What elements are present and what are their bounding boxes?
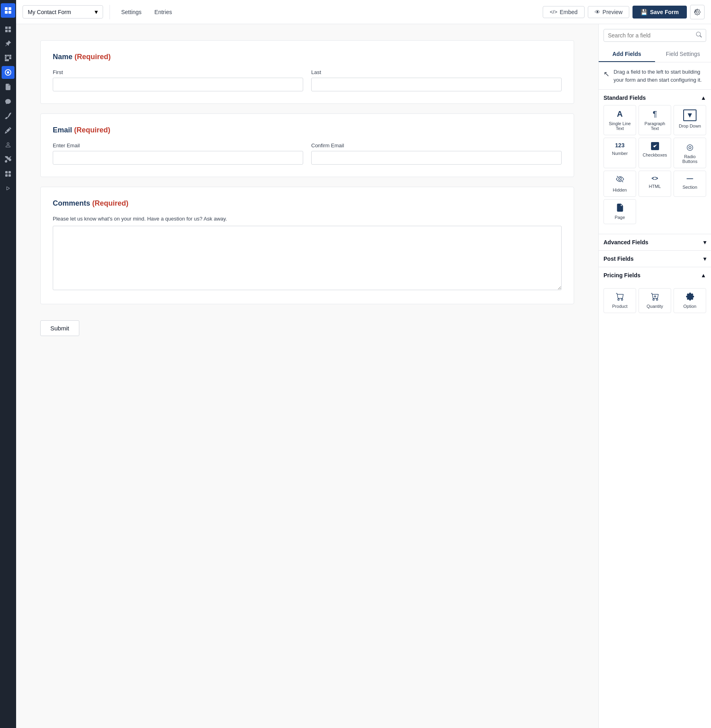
- field-card-option[interactable]: Option: [674, 288, 706, 313]
- email-label-text: Email: [53, 126, 72, 134]
- tab-field-settings[interactable]: Field Settings: [655, 47, 711, 62]
- svg-rect-0: [5, 7, 8, 10]
- email-field-row: Enter Email Confirm Email: [53, 142, 562, 165]
- preview-label: Preview: [603, 9, 623, 15]
- comments-description: Please let us know what's on your mind. …: [53, 216, 562, 222]
- option-label: Option: [683, 304, 696, 309]
- field-card-html[interactable]: <> HTML: [639, 171, 671, 197]
- sidebar-item-users[interactable]: [2, 138, 14, 151]
- search-box: [604, 29, 706, 42]
- name-required-label: (Required): [74, 53, 111, 61]
- settings-link[interactable]: Settings: [116, 6, 147, 18]
- submit-button[interactable]: Submit: [40, 320, 79, 336]
- email-field-label: Email (Required): [53, 126, 562, 134]
- hidden-icon: [616, 175, 624, 185]
- sidebar-logo[interactable]: [1, 3, 15, 18]
- quantity-icon: [651, 293, 659, 301]
- quantity-label: Quantity: [647, 304, 663, 309]
- search-input[interactable]: [608, 32, 694, 39]
- first-name-label: First: [53, 69, 303, 75]
- form-selector[interactable]: My Contact Form ▾: [23, 5, 103, 19]
- dropdown-label: Drop Down: [679, 124, 701, 128]
- field-card-section[interactable]: — Section: [674, 171, 706, 197]
- gear-settings-button[interactable]: [690, 5, 705, 19]
- comments-textarea[interactable]: [53, 226, 562, 290]
- confirm-email-input[interactable]: [311, 151, 562, 165]
- panel-tabs: Add Fields Field Settings: [599, 47, 711, 62]
- paragraph-icon: ¶: [653, 109, 657, 119]
- sidebar-item-grid[interactable]: [2, 167, 14, 180]
- standard-fields-grid: A Single Line Text ¶ Paragraph Text ▼ Dr…: [604, 105, 706, 224]
- section-label: Section: [682, 185, 697, 190]
- preview-button[interactable]: 👁 Preview: [588, 6, 630, 18]
- email-required-label: (Required): [74, 126, 110, 134]
- post-fields-label: Post Fields: [604, 256, 634, 262]
- field-card-hidden[interactable]: Hidden: [604, 171, 636, 197]
- name-field-label: Name (Required): [53, 53, 562, 61]
- product-icon: [616, 293, 624, 301]
- sidebar-item-pin[interactable]: [2, 37, 14, 50]
- field-card-paragraph[interactable]: ¶ Paragraph Text: [639, 105, 671, 135]
- save-button[interactable]: 💾 Save Form: [632, 6, 687, 19]
- field-card-single-line[interactable]: A Single Line Text: [604, 105, 636, 135]
- name-field-row: First Last: [53, 69, 562, 91]
- page-icon: [616, 204, 624, 212]
- sidebar-item-comments[interactable]: [2, 95, 14, 108]
- number-label: Number: [612, 151, 628, 156]
- name-section: Name (Required) First Last: [40, 40, 574, 104]
- enter-email-input[interactable]: [53, 151, 303, 165]
- svg-rect-2: [5, 11, 8, 14]
- tab-add-fields[interactable]: Add Fields: [599, 47, 655, 62]
- comments-section: Comments (Required) Please let us know w…: [40, 187, 574, 304]
- sidebar-item-tools[interactable]: [2, 153, 14, 166]
- advanced-fields-section[interactable]: Advanced Fields ▾: [599, 234, 711, 250]
- comments-field-label: Comments (Required): [53, 199, 562, 208]
- field-card-checkboxes[interactable]: Checkboxes: [639, 138, 671, 168]
- last-name-col: Last: [311, 69, 562, 91]
- embed-button[interactable]: </> Embed: [543, 6, 584, 18]
- field-card-product[interactable]: Product: [604, 288, 636, 313]
- field-card-page[interactable]: Page: [604, 199, 636, 224]
- first-name-input[interactable]: [53, 78, 303, 91]
- sidebar-item-edit[interactable]: [2, 124, 14, 137]
- entries-link[interactable]: Entries: [150, 6, 177, 18]
- field-card-dropdown[interactable]: ▼ Drop Down: [674, 105, 706, 135]
- pricing-fields-grid: Product Quantity Option: [604, 288, 706, 313]
- svg-rect-3: [8, 11, 11, 14]
- advanced-fields-label: Advanced Fields: [604, 239, 648, 245]
- panel-hint: ↖ Drag a field to the left to start buil…: [599, 62, 711, 90]
- preview-icon: 👁: [595, 9, 600, 15]
- hidden-label: Hidden: [613, 188, 627, 192]
- sidebar-item-forms[interactable]: [2, 66, 14, 79]
- save-label: Save Form: [650, 9, 679, 15]
- standard-fields-collapse-icon: ▲: [701, 95, 706, 101]
- standard-fields-label: Standard Fields: [604, 95, 646, 101]
- last-name-input[interactable]: [311, 78, 562, 91]
- field-card-number[interactable]: 123 Number: [604, 138, 636, 168]
- sidebar-item-blocks[interactable]: [2, 52, 14, 64]
- panel-scroll: ↖ Drag a field to the left to start buil…: [599, 62, 711, 728]
- single-line-label: Single Line Text: [606, 121, 633, 131]
- sidebar-item-play[interactable]: [2, 182, 14, 195]
- confirm-email-col: Confirm Email: [311, 142, 562, 165]
- topbar: My Contact Form ▾ Settings Entries </> E…: [16, 0, 711, 24]
- embed-label: Embed: [560, 9, 577, 15]
- checkboxes-label: Checkboxes: [643, 153, 667, 157]
- html-label: HTML: [649, 184, 661, 189]
- paragraph-label: Paragraph Text: [641, 121, 668, 131]
- svg-rect-1: [8, 7, 11, 10]
- pricing-fields-section: Product Quantity Option: [599, 283, 711, 323]
- field-card-quantity[interactable]: Quantity: [639, 288, 671, 313]
- field-card-radio[interactable]: ◎ Radio Buttons: [674, 138, 706, 168]
- sidebar-item-pages[interactable]: [2, 80, 14, 93]
- sidebar-item-dashboard[interactable]: [2, 23, 14, 35]
- panel-hint-text: Drag a field to the left to start buildi…: [614, 68, 706, 84]
- html-icon: <>: [651, 175, 658, 181]
- number-icon: 123: [615, 142, 624, 148]
- form-selector-chevron-icon: ▾: [95, 8, 98, 16]
- sidebar-item-brush[interactable]: [2, 109, 14, 122]
- advanced-fields-collapse-icon: ▾: [703, 239, 706, 245]
- post-fields-section[interactable]: Post Fields ▾: [599, 250, 711, 267]
- standard-fields-header[interactable]: Standard Fields ▲: [604, 95, 706, 101]
- pricing-fields-header[interactable]: Pricing Fields ▲: [599, 267, 711, 283]
